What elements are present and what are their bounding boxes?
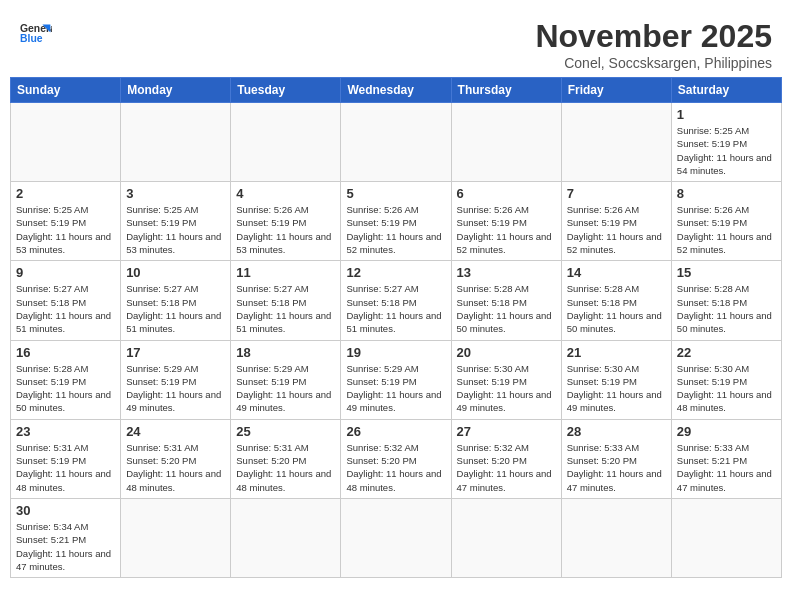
- sunrise-text: Sunrise: 5:30 AM: [457, 363, 529, 374]
- calendar-cell: 14Sunrise: 5:28 AMSunset: 5:18 PMDayligh…: [561, 261, 671, 340]
- calendar-cell: 30Sunrise: 5:34 AMSunset: 5:21 PMDayligh…: [11, 498, 121, 577]
- calendar-cell: 28Sunrise: 5:33 AMSunset: 5:20 PMDayligh…: [561, 419, 671, 498]
- svg-text:Blue: Blue: [20, 33, 43, 44]
- page-header: General Blue November 2025 Conel, Soccsk…: [10, 10, 782, 77]
- sunrise-text: Sunrise: 5:32 AM: [457, 442, 529, 453]
- calendar-week-2: 2Sunrise: 5:25 AMSunset: 5:19 PMDaylight…: [11, 182, 782, 261]
- day-info: Sunrise: 5:28 AMSunset: 5:18 PMDaylight:…: [567, 282, 666, 335]
- calendar-cell: [561, 498, 671, 577]
- sunrise-text: Sunrise: 5:29 AM: [236, 363, 308, 374]
- daylight-text: Daylight: 11 hours and 52 minutes.: [346, 231, 441, 255]
- day-info: Sunrise: 5:31 AMSunset: 5:20 PMDaylight:…: [236, 441, 335, 494]
- day-info: Sunrise: 5:29 AMSunset: 5:19 PMDaylight:…: [126, 362, 225, 415]
- day-number: 24: [126, 424, 225, 439]
- calendar-week-1: 1Sunrise: 5:25 AMSunset: 5:19 PMDaylight…: [11, 103, 782, 182]
- calendar-cell: 29Sunrise: 5:33 AMSunset: 5:21 PMDayligh…: [671, 419, 781, 498]
- calendar-cell: 18Sunrise: 5:29 AMSunset: 5:19 PMDayligh…: [231, 340, 341, 419]
- day-number: 3: [126, 186, 225, 201]
- day-number: 16: [16, 345, 115, 360]
- day-number: 26: [346, 424, 445, 439]
- calendar-cell: [231, 103, 341, 182]
- calendar-cell: 16Sunrise: 5:28 AMSunset: 5:19 PMDayligh…: [11, 340, 121, 419]
- day-number: 30: [16, 503, 115, 518]
- calendar-cell: [11, 103, 121, 182]
- sunset-text: Sunset: 5:18 PM: [567, 297, 637, 308]
- calendar-cell: 15Sunrise: 5:28 AMSunset: 5:18 PMDayligh…: [671, 261, 781, 340]
- daylight-text: Daylight: 11 hours and 50 minutes.: [567, 310, 662, 334]
- day-number: 5: [346, 186, 445, 201]
- sunset-text: Sunset: 5:19 PM: [567, 376, 637, 387]
- calendar-cell: [561, 103, 671, 182]
- day-number: 6: [457, 186, 556, 201]
- day-info: Sunrise: 5:29 AMSunset: 5:19 PMDaylight:…: [346, 362, 445, 415]
- day-info: Sunrise: 5:29 AMSunset: 5:19 PMDaylight:…: [236, 362, 335, 415]
- sunset-text: Sunset: 5:18 PM: [236, 297, 306, 308]
- sunrise-text: Sunrise: 5:31 AM: [126, 442, 198, 453]
- calendar-cell: 1Sunrise: 5:25 AMSunset: 5:19 PMDaylight…: [671, 103, 781, 182]
- calendar-cell: 26Sunrise: 5:32 AMSunset: 5:20 PMDayligh…: [341, 419, 451, 498]
- day-info: Sunrise: 5:28 AMSunset: 5:18 PMDaylight:…: [677, 282, 776, 335]
- sunset-text: Sunset: 5:19 PM: [677, 138, 747, 149]
- daylight-text: Daylight: 11 hours and 48 minutes.: [126, 468, 221, 492]
- calendar-cell: [121, 103, 231, 182]
- sunrise-text: Sunrise: 5:26 AM: [567, 204, 639, 215]
- calendar-cell: 11Sunrise: 5:27 AMSunset: 5:18 PMDayligh…: [231, 261, 341, 340]
- sunset-text: Sunset: 5:19 PM: [346, 376, 416, 387]
- calendar-cell: 12Sunrise: 5:27 AMSunset: 5:18 PMDayligh…: [341, 261, 451, 340]
- day-number: 7: [567, 186, 666, 201]
- calendar-cell: [341, 103, 451, 182]
- sunset-text: Sunset: 5:20 PM: [346, 455, 416, 466]
- day-number: 8: [677, 186, 776, 201]
- daylight-text: Daylight: 11 hours and 50 minutes.: [677, 310, 772, 334]
- sunset-text: Sunset: 5:18 PM: [677, 297, 747, 308]
- day-info: Sunrise: 5:26 AMSunset: 5:19 PMDaylight:…: [567, 203, 666, 256]
- day-number: 10: [126, 265, 225, 280]
- sunrise-text: Sunrise: 5:29 AM: [126, 363, 198, 374]
- day-info: Sunrise: 5:27 AMSunset: 5:18 PMDaylight:…: [126, 282, 225, 335]
- sunrise-text: Sunrise: 5:27 AM: [346, 283, 418, 294]
- sunrise-text: Sunrise: 5:32 AM: [346, 442, 418, 453]
- calendar-cell: 7Sunrise: 5:26 AMSunset: 5:19 PMDaylight…: [561, 182, 671, 261]
- sunset-text: Sunset: 5:19 PM: [457, 217, 527, 228]
- sunrise-text: Sunrise: 5:31 AM: [236, 442, 308, 453]
- day-info: Sunrise: 5:26 AMSunset: 5:19 PMDaylight:…: [236, 203, 335, 256]
- day-info: Sunrise: 5:32 AMSunset: 5:20 PMDaylight:…: [346, 441, 445, 494]
- sunset-text: Sunset: 5:18 PM: [16, 297, 86, 308]
- daylight-text: Daylight: 11 hours and 54 minutes.: [677, 152, 772, 176]
- sunrise-text: Sunrise: 5:27 AM: [126, 283, 198, 294]
- daylight-text: Daylight: 11 hours and 47 minutes.: [457, 468, 552, 492]
- calendar-week-5: 23Sunrise: 5:31 AMSunset: 5:19 PMDayligh…: [11, 419, 782, 498]
- day-info: Sunrise: 5:32 AMSunset: 5:20 PMDaylight:…: [457, 441, 556, 494]
- day-number: 22: [677, 345, 776, 360]
- day-info: Sunrise: 5:25 AMSunset: 5:19 PMDaylight:…: [16, 203, 115, 256]
- sunset-text: Sunset: 5:19 PM: [126, 217, 196, 228]
- daylight-text: Daylight: 11 hours and 51 minutes.: [126, 310, 221, 334]
- daylight-text: Daylight: 11 hours and 47 minutes.: [677, 468, 772, 492]
- calendar-cell: 22Sunrise: 5:30 AMSunset: 5:19 PMDayligh…: [671, 340, 781, 419]
- day-number: 1: [677, 107, 776, 122]
- calendar-cell: [121, 498, 231, 577]
- day-number: 23: [16, 424, 115, 439]
- sunset-text: Sunset: 5:18 PM: [457, 297, 527, 308]
- daylight-text: Daylight: 11 hours and 47 minutes.: [567, 468, 662, 492]
- sunrise-text: Sunrise: 5:28 AM: [457, 283, 529, 294]
- sunset-text: Sunset: 5:19 PM: [236, 376, 306, 387]
- calendar-cell: 2Sunrise: 5:25 AMSunset: 5:19 PMDaylight…: [11, 182, 121, 261]
- sunrise-text: Sunrise: 5:33 AM: [677, 442, 749, 453]
- day-number: 15: [677, 265, 776, 280]
- daylight-text: Daylight: 11 hours and 49 minutes.: [236, 389, 331, 413]
- sunrise-text: Sunrise: 5:25 AM: [16, 204, 88, 215]
- calendar-cell: 9Sunrise: 5:27 AMSunset: 5:18 PMDaylight…: [11, 261, 121, 340]
- day-info: Sunrise: 5:26 AMSunset: 5:19 PMDaylight:…: [346, 203, 445, 256]
- weekday-header-sunday: Sunday: [11, 78, 121, 103]
- calendar-cell: 5Sunrise: 5:26 AMSunset: 5:19 PMDaylight…: [341, 182, 451, 261]
- sunrise-text: Sunrise: 5:26 AM: [236, 204, 308, 215]
- daylight-text: Daylight: 11 hours and 49 minutes.: [457, 389, 552, 413]
- calendar-cell: 10Sunrise: 5:27 AMSunset: 5:18 PMDayligh…: [121, 261, 231, 340]
- sunrise-text: Sunrise: 5:25 AM: [677, 125, 749, 136]
- sunset-text: Sunset: 5:19 PM: [677, 217, 747, 228]
- sunset-text: Sunset: 5:18 PM: [346, 297, 416, 308]
- sunrise-text: Sunrise: 5:28 AM: [16, 363, 88, 374]
- day-info: Sunrise: 5:33 AMSunset: 5:20 PMDaylight:…: [567, 441, 666, 494]
- calendar-cell: 8Sunrise: 5:26 AMSunset: 5:19 PMDaylight…: [671, 182, 781, 261]
